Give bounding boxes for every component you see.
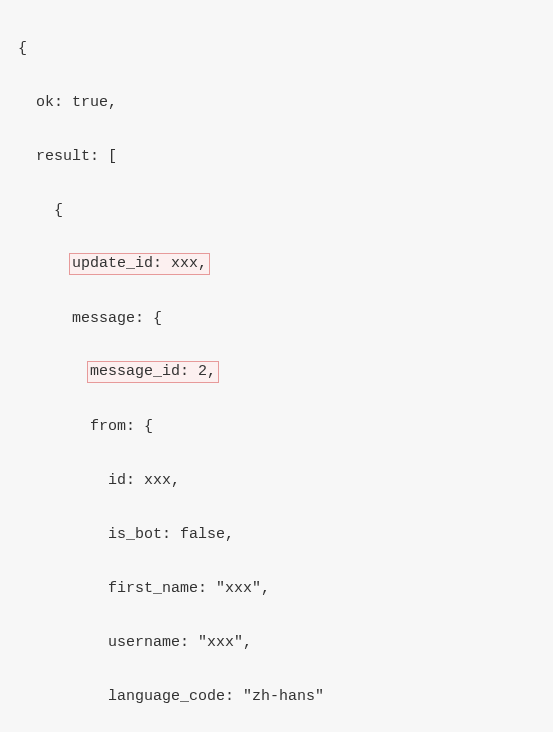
code-line: message_id: 2, — [18, 359, 543, 386]
highlight-message-id: message_id: 2, — [87, 361, 219, 383]
code-line: id: xxx, — [18, 467, 543, 494]
highlight-update-id: update_id: xxx, — [69, 253, 210, 275]
code-line: from: { — [18, 413, 543, 440]
code-line: update_id: xxx, — [18, 251, 543, 278]
indent — [18, 364, 90, 381]
code-block: { ok: true, result: [ { update_id: xxx, … — [0, 0, 553, 732]
code-line: message: { — [18, 305, 543, 332]
indent — [18, 256, 72, 273]
code-line: first_name: "xxx", — [18, 575, 543, 602]
code-line: { — [18, 35, 543, 62]
code-line: language_code: "zh-hans" — [18, 683, 543, 710]
code-line: result: [ — [18, 143, 543, 170]
code-line: username: "xxx", — [18, 629, 543, 656]
code-line: ok: true, — [18, 89, 543, 116]
code-line: { — [18, 197, 543, 224]
code-line: is_bot: false, — [18, 521, 543, 548]
